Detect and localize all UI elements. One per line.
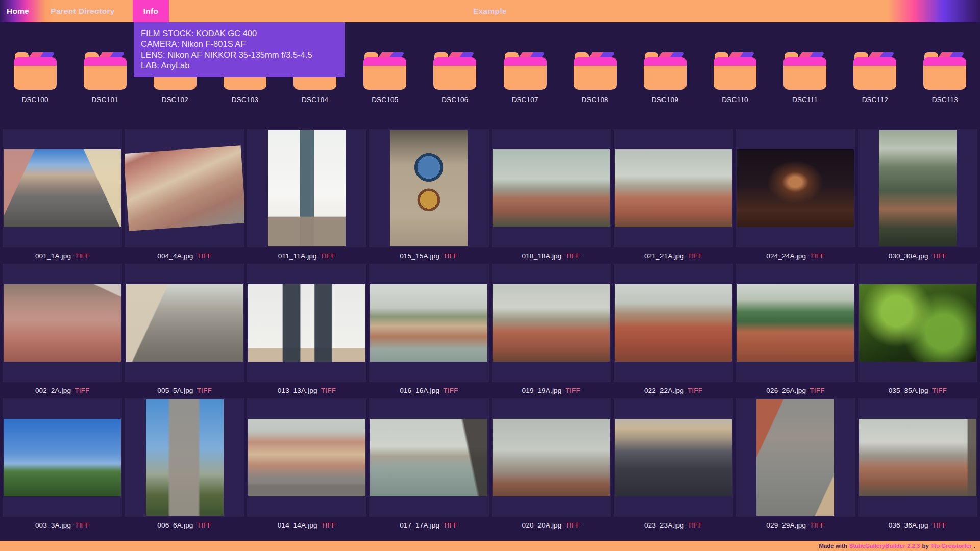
photo-thumbnail[interactable]: [126, 284, 243, 362]
gallery-item[interactable]: 002_2A.jpg TIFF: [3, 264, 122, 398]
gallery-item[interactable]: 001_1A.jpg TIFF: [3, 129, 122, 264]
gallery-item[interactable]: 024_24A.jpg TIFF: [736, 129, 855, 264]
photo-format-badge[interactable]: TIFF: [443, 521, 458, 529]
folder-item-dsc100[interactable]: DSC100: [14, 52, 57, 104]
photo-format-badge[interactable]: TIFF: [688, 521, 702, 529]
photo-format-badge[interactable]: TIFF: [688, 387, 702, 394]
photo-format-badge[interactable]: TIFF: [75, 387, 89, 394]
gallery-item[interactable]: 004_4A.jpg TIFF: [125, 129, 244, 264]
photo-thumbnail[interactable]: [493, 284, 610, 362]
photo-thumbnail[interactable]: [615, 149, 732, 227]
gallery-item[interactable]: 014_14A.jpg TIFF: [247, 398, 366, 533]
photo-thumbnail[interactable]: [125, 145, 244, 231]
photo-tile[interactable]: [614, 398, 733, 517]
gallery-item[interactable]: 030_30A.jpg TIFF: [858, 129, 977, 264]
photo-tile[interactable]: [3, 129, 122, 247]
photo-thumbnail[interactable]: [615, 284, 732, 362]
gallery-item[interactable]: 021_21A.jpg TIFF: [614, 129, 733, 264]
gallery-item[interactable]: 005_5A.jpg TIFF: [125, 264, 244, 398]
photo-thumbnail[interactable]: [859, 284, 976, 362]
gallery-item[interactable]: 006_6A.jpg TIFF: [125, 398, 244, 533]
photo-tile[interactable]: [125, 398, 244, 517]
photo-thumbnail[interactable]: [370, 419, 487, 496]
folder-item-dsc108[interactable]: DSC108: [574, 52, 617, 104]
photo-tile[interactable]: [736, 264, 855, 382]
gallery-item[interactable]: 026_26A.jpg TIFF: [736, 264, 855, 398]
gallery-item[interactable]: 036_36A.jpg TIFF: [858, 398, 977, 533]
photo-tile[interactable]: [736, 129, 855, 247]
photo-thumbnail[interactable]: [370, 284, 487, 362]
photo-tile[interactable]: [736, 398, 855, 517]
folder-item-dsc107[interactable]: DSC107: [504, 52, 547, 104]
gallery-item[interactable]: 029_29A.jpg TIFF: [736, 398, 855, 533]
photo-thumbnail[interactable]: [615, 419, 732, 496]
photo-thumbnail[interactable]: [493, 419, 610, 496]
nav-item-home[interactable]: Home: [0, 0, 40, 22]
gallery-item[interactable]: 003_3A.jpg TIFF: [3, 398, 122, 533]
photo-format-badge[interactable]: TIFF: [810, 387, 824, 394]
photo-format-badge[interactable]: TIFF: [443, 387, 458, 394]
gallery-item[interactable]: 020_20A.jpg TIFF: [492, 398, 611, 533]
gallery-item[interactable]: 016_16A.jpg TIFF: [369, 264, 488, 398]
gallery-item[interactable]: 017_17A.jpg TIFF: [369, 398, 488, 533]
photo-tile[interactable]: [858, 398, 977, 517]
photo-format-badge[interactable]: TIFF: [321, 521, 336, 529]
photo-thumbnail[interactable]: [493, 149, 610, 227]
photo-tile[interactable]: [125, 264, 244, 382]
photo-tile[interactable]: [492, 398, 611, 517]
photo-tile[interactable]: [3, 264, 122, 382]
gallery-item[interactable]: 013_13A.jpg TIFF: [247, 264, 366, 398]
photo-tile[interactable]: [3, 398, 122, 517]
photo-format-badge[interactable]: TIFF: [810, 252, 824, 260]
photo-thumbnail[interactable]: [756, 399, 834, 516]
photo-format-badge[interactable]: TIFF: [321, 252, 335, 260]
photo-tile[interactable]: [247, 129, 366, 247]
photo-tile[interactable]: [247, 264, 366, 382]
photo-format-badge[interactable]: TIFF: [566, 252, 580, 260]
footer-builder-link[interactable]: StaticGalleryBuilder 2.2.3: [849, 543, 920, 549]
photo-format-badge[interactable]: TIFF: [75, 521, 89, 529]
folder-item-dsc111[interactable]: DSC111: [783, 52, 826, 104]
gallery-item[interactable]: 035_35A.jpg TIFF: [858, 264, 977, 398]
gallery-item[interactable]: 011_11A.jpg TIFF: [247, 129, 366, 264]
folder-item-dsc113[interactable]: DSC113: [923, 52, 966, 104]
photo-thumbnail[interactable]: [248, 284, 365, 362]
photo-thumbnail[interactable]: [4, 284, 121, 362]
gallery-item[interactable]: 022_22A.jpg TIFF: [614, 264, 733, 398]
photo-thumbnail[interactable]: [879, 130, 957, 246]
photo-format-badge[interactable]: TIFF: [810, 521, 824, 529]
photo-tile[interactable]: [492, 264, 611, 382]
photo-format-badge[interactable]: TIFF: [566, 387, 580, 394]
photo-format-badge[interactable]: TIFF: [932, 387, 947, 394]
folder-item-dsc105[interactable]: DSC105: [363, 52, 406, 104]
photo-thumbnail[interactable]: [146, 399, 224, 516]
footer-author-link[interactable]: Flo Greistorfer: [931, 543, 972, 549]
photo-tile[interactable]: [125, 129, 244, 247]
photo-tile[interactable]: [369, 398, 488, 517]
photo-format-badge[interactable]: TIFF: [566, 521, 580, 529]
gallery-item[interactable]: 015_15A.jpg TIFF: [369, 129, 488, 264]
gallery-item[interactable]: 019_19A.jpg TIFF: [492, 264, 611, 398]
photo-format-badge[interactable]: TIFF: [932, 521, 947, 529]
photo-format-badge[interactable]: TIFF: [443, 252, 458, 260]
photo-tile[interactable]: [369, 264, 488, 382]
photo-tile[interactable]: [858, 264, 977, 382]
photo-tile[interactable]: [247, 398, 366, 517]
photo-format-badge[interactable]: TIFF: [932, 252, 947, 260]
photo-tile[interactable]: [369, 129, 488, 247]
photo-tile[interactable]: [614, 264, 733, 382]
photo-thumbnail[interactable]: [248, 419, 365, 496]
photo-thumbnail[interactable]: [737, 284, 854, 362]
photo-format-badge[interactable]: TIFF: [197, 387, 212, 394]
photo-tile[interactable]: [858, 129, 977, 247]
folder-item-dsc112[interactable]: DSC112: [853, 52, 896, 104]
photo-thumbnail[interactable]: [4, 149, 121, 227]
gallery-item[interactable]: 018_18A.jpg TIFF: [492, 129, 611, 264]
photo-format-badge[interactable]: TIFF: [197, 521, 212, 529]
folder-item-dsc110[interactable]: DSC110: [714, 52, 756, 104]
photo-format-badge[interactable]: TIFF: [197, 252, 212, 260]
nav-item-parent-directory[interactable]: Parent Directory: [40, 0, 125, 22]
photo-format-badge[interactable]: TIFF: [321, 387, 336, 394]
folder-item-dsc106[interactable]: DSC106: [433, 52, 476, 104]
photo-format-badge[interactable]: TIFF: [688, 252, 702, 260]
